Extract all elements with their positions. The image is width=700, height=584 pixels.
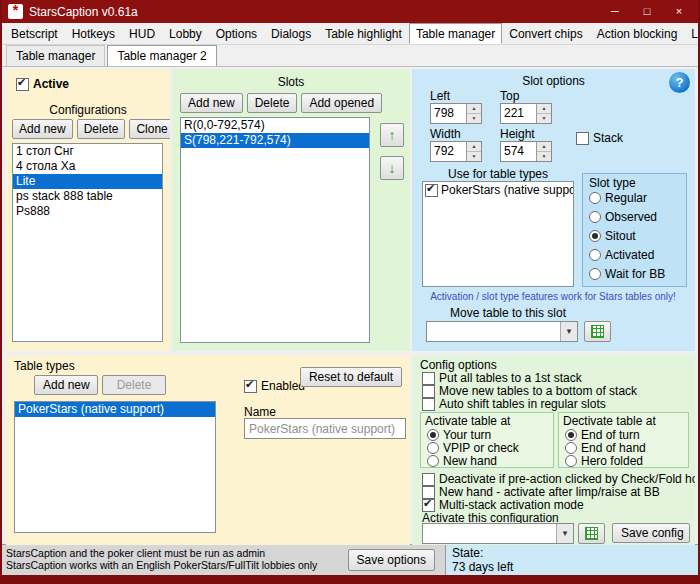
enabled-checkbox-box[interactable]	[244, 380, 257, 393]
activate-configuration-combobox[interactable]: ▾	[422, 523, 574, 544]
spin-up-icon[interactable]: ▲	[467, 104, 481, 114]
menu-item-betscript[interactable]: Betscript	[4, 23, 65, 44]
checkbox-box[interactable]	[422, 398, 435, 411]
radio-dot[interactable]	[565, 442, 577, 454]
radio-sitout[interactable]: Sitout	[589, 229, 636, 243]
list-item-selected[interactable]: S(798,221-792,574)	[181, 133, 369, 148]
list-item[interactable]: 1 стол Снг	[13, 144, 162, 159]
spin-up-icon[interactable]: ▲	[467, 142, 481, 152]
active-checkbox[interactable]: Active	[16, 77, 69, 91]
list-item-selected[interactable]: PokerStars (native support)	[15, 402, 215, 417]
radio-dot[interactable]	[427, 455, 439, 467]
save-options-button[interactable]: Save options	[348, 549, 435, 571]
configurations-list[interactable]: 1 стол Снг 4 стола Ха Lite ps stack 888 …	[12, 143, 163, 342]
save-config-button[interactable]: Save config	[612, 523, 690, 543]
radio-end-of-hand[interactable]: End of hand	[565, 441, 646, 455]
auto-shift-tables-checkbox[interactable]: Auto shift tables in regular slots	[422, 397, 606, 411]
menu-item-license[interactable]: License	[684, 23, 700, 44]
radio-hero-folded[interactable]: Hero folded	[565, 454, 643, 468]
radio-wait-for-bb[interactable]: Wait for BB	[589, 267, 665, 281]
tab-table-manager[interactable]: Table manager	[6, 45, 105, 66]
table-type-checkbox-box[interactable]	[425, 184, 438, 197]
help-icon[interactable]: ?	[669, 72, 690, 93]
radio-end-of-turn[interactable]: End of turn	[565, 428, 640, 442]
radio-activated[interactable]: Activated	[589, 248, 654, 262]
close-button[interactable]: ×	[666, 0, 692, 23]
table-types-list[interactable]: PokerStars (native support)	[14, 401, 216, 533]
checkbox-box[interactable]	[422, 473, 435, 486]
active-checkbox-box[interactable]	[16, 78, 29, 91]
dropdown-arrow-icon[interactable]: ▾	[560, 322, 577, 341]
radio-dot[interactable]	[565, 455, 577, 467]
radio-dot[interactable]	[589, 268, 601, 280]
name-input[interactable]	[244, 418, 406, 439]
menu-item-table-highlight[interactable]: Table highlight	[318, 23, 409, 44]
top-spinner[interactable]: 221 ▲▼	[500, 103, 552, 124]
reset-to-default-button[interactable]: Reset to default	[300, 367, 402, 387]
config-add-new-button[interactable]: Add new	[12, 119, 73, 139]
radio-dot[interactable]	[589, 192, 601, 204]
menu-item-convert-chips[interactable]: Convert chips	[502, 23, 589, 44]
width-spinner[interactable]: 792 ▲▼	[430, 141, 482, 162]
left-spinner[interactable]: 798 ▲▼	[430, 103, 482, 124]
radio-dot[interactable]	[589, 230, 601, 242]
minimize-button[interactable]: ─	[602, 0, 628, 23]
config-delete-button[interactable]: Delete	[77, 119, 126, 139]
radio-dot[interactable]	[589, 249, 601, 261]
menu-item-dialogs[interactable]: Dialogs	[264, 23, 318, 44]
deactivate-preaction-checkbox[interactable]: Deactivate if pre-action clicked by Chec…	[422, 472, 695, 486]
menu-item-options[interactable]: Options	[209, 23, 264, 44]
spin-down-icon[interactable]: ▼	[467, 152, 481, 161]
move-table-combobox[interactable]: ▾	[426, 321, 578, 342]
config-clone-button[interactable]: Clone	[129, 119, 170, 139]
spin-up-icon[interactable]: ▲	[537, 104, 551, 114]
list-item[interactable]: R(0,0-792,574)	[181, 118, 369, 133]
left-value[interactable]: 798	[431, 104, 466, 123]
slots-add-opened-button[interactable]: Add opened	[301, 93, 382, 113]
slots-list[interactable]: R(0,0-792,574) S(798,221-792,574)	[180, 117, 370, 343]
move-table-grid-button[interactable]	[584, 321, 611, 342]
tab-table-manager-2[interactable]: Table manager 2	[107, 45, 216, 66]
multi-stack-activation-checkbox[interactable]: Multi-stack activation mode	[422, 498, 584, 512]
slots-add-new-button[interactable]: Add new	[180, 93, 243, 113]
list-item[interactable]: ps stack 888 table	[13, 189, 162, 204]
dropdown-arrow-icon[interactable]: ▾	[556, 524, 573, 543]
maximize-button[interactable]: □	[634, 0, 660, 23]
radio-dot[interactable]	[427, 442, 439, 454]
checkbox-box[interactable]	[422, 385, 435, 398]
stack-checkbox-box[interactable]	[576, 132, 589, 145]
menu-item-action-blocking[interactable]: Action blocking	[590, 23, 685, 44]
radio-observed[interactable]: Observed	[589, 210, 657, 224]
enabled-checkbox[interactable]: Enabled	[244, 379, 305, 393]
spin-down-icon[interactable]: ▼	[467, 114, 481, 123]
list-item[interactable]: Ps888	[13, 204, 162, 219]
slots-delete-button[interactable]: Delete	[247, 93, 298, 113]
menu-item-lobby[interactable]: Lobby	[162, 23, 209, 44]
menu-item-hud[interactable]: HUD	[122, 23, 162, 44]
spin-up-icon[interactable]: ▲	[537, 142, 551, 152]
width-value[interactable]: 792	[431, 142, 466, 161]
spin-down-icon[interactable]: ▼	[537, 152, 551, 161]
move-slot-down-button[interactable]: ↓	[380, 156, 404, 180]
activate-configuration-grid-button[interactable]	[578, 523, 605, 544]
new-hand-activate-bb-checkbox[interactable]: New hand - activate after limp/raise at …	[422, 485, 660, 499]
height-value[interactable]: 574	[501, 142, 536, 161]
move-slot-up-button[interactable]: ↑	[380, 123, 404, 147]
radio-new-hand[interactable]: New hand	[427, 454, 497, 468]
put-all-tables-1st-stack-checkbox[interactable]: Put all tables to a 1st stack	[422, 371, 582, 385]
menu-item-table-manager[interactable]: Table manager	[409, 23, 502, 44]
use-for-table-types-list[interactable]: PokerStars (native support	[422, 181, 574, 287]
menu-item-hotkeys[interactable]: Hotkeys	[65, 23, 122, 44]
table-types-add-new-button[interactable]: Add new	[34, 375, 98, 395]
radio-dot[interactable]	[565, 429, 577, 441]
radio-your-turn[interactable]: Your turn	[427, 428, 491, 442]
radio-dot[interactable]	[427, 429, 439, 441]
checkbox-box[interactable]	[422, 372, 435, 385]
top-value[interactable]: 221	[501, 104, 536, 123]
table-type-check-item[interactable]: PokerStars (native support	[423, 182, 573, 198]
list-item-selected[interactable]: Lite	[13, 174, 162, 189]
radio-dot[interactable]	[589, 211, 601, 223]
height-spinner[interactable]: 574 ▲▼	[500, 141, 552, 162]
list-item[interactable]: 4 стола Ха	[13, 159, 162, 174]
checkbox-box[interactable]	[422, 499, 435, 512]
